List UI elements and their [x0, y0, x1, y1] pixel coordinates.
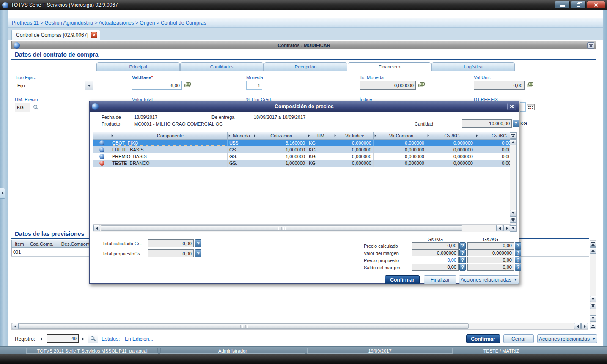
- grid-scroll-first-button[interactable]: [510, 132, 516, 139]
- doc-tab-control-de-compras[interactable]: Control de Compras [02.9.0067]: [11, 30, 100, 40]
- cell-vlr-compon[interactable]: 0,000000: [374, 140, 426, 146]
- tab-recepcion[interactable]: Recepción: [264, 62, 347, 71]
- col-componente[interactable]: Componente: [110, 132, 228, 140]
- col-um[interactable]: UM.: [307, 132, 333, 140]
- close-button[interactable]: [587, 1, 605, 9]
- cell-componente[interactable]: CBOT FIXO: [110, 140, 228, 146]
- col-vlr-compon[interactable]: Vlr.Compon: [374, 132, 426, 140]
- grid-corner-button[interactable]: [510, 225, 516, 232]
- previsiones-hscroll[interactable]: [11, 323, 588, 330]
- help-button[interactable]: ?: [515, 242, 521, 249]
- cell-gs-kg-1[interactable]: 0,000000: [426, 140, 475, 146]
- tipo-fijac-select[interactable]: Fijo: [15, 81, 93, 90]
- previsiones-row[interactable]: 001: [11, 248, 96, 256]
- cell-vlr-compon[interactable]: 0,000000: [374, 153, 426, 160]
- hscroll-left-button-2[interactable]: [574, 323, 581, 329]
- precio-propuesto-input-1[interactable]: 0,00: [412, 257, 459, 263]
- moneda-input[interactable]: 1: [246, 81, 262, 90]
- grid-scroll-down-button[interactable]: [510, 210, 516, 216]
- cell-gs-kg-1[interactable]: 0,000000: [426, 153, 475, 160]
- tab-principal[interactable]: Principal: [96, 62, 180, 71]
- previsiones-cell-cod[interactable]: [27, 248, 56, 256]
- cell-vlr-compon[interactable]: 0,000000: [374, 160, 426, 167]
- help-button[interactable]: ?: [195, 239, 201, 247]
- val-base-input[interactable]: 6,00: [132, 81, 182, 90]
- tab-cantidades[interactable]: Cantidades: [180, 62, 264, 71]
- cell-componente[interactable]: TESTE BRANCO: [110, 160, 228, 167]
- modal-confirm-button[interactable]: Confirmar: [385, 275, 420, 284]
- cell-moneda[interactable]: GS.: [228, 160, 253, 167]
- help-button[interactable]: ?: [195, 249, 201, 257]
- modal-related-actions-button[interactable]: Acciones relacionadas: [459, 275, 519, 284]
- search-icon[interactable]: [33, 104, 39, 110]
- col-cotizacion[interactable]: Cotizacion: [253, 132, 307, 140]
- col-status[interactable]: [93, 132, 110, 140]
- cell-gs-kg-1[interactable]: 0,000000: [426, 146, 475, 153]
- cell-moneda[interactable]: U$S: [228, 140, 253, 146]
- cell-cotizacion[interactable]: 1,000000: [253, 153, 307, 160]
- restore-button[interactable]: [571, 1, 586, 9]
- cell-componente[interactable]: FRETE BASIS: [110, 146, 228, 153]
- grid-row-cbot-fixo[interactable]: CBOT FIXO U$S 3,160000 KG 0,000000 0,000…: [93, 140, 517, 146]
- minimize-button[interactable]: [555, 1, 570, 9]
- help-button[interactable]: ?: [459, 242, 466, 249]
- previsiones-corner-button[interactable]: [590, 323, 596, 329]
- previsiones-col-cod[interactable]: Cod.Comp.: [27, 240, 56, 248]
- help-button[interactable]: ?: [459, 264, 466, 271]
- grid-scroll-up-button[interactable]: [510, 139, 516, 145]
- doc-tab-close-button[interactable]: [91, 32, 97, 38]
- grid-row-frete-basis[interactable]: FRETE BASIS GS. 1,000000 KG 0,000000 0,0…: [93, 146, 517, 153]
- cell-vlr-indice[interactable]: 0,000000: [333, 146, 374, 153]
- panel-expander[interactable]: [0, 188, 5, 199]
- cell-cotizacion[interactable]: 1,000000: [253, 160, 307, 167]
- help-button[interactable]: ?: [515, 257, 521, 263]
- cerrar-button[interactable]: Cerrar: [503, 334, 534, 343]
- registro-search-button[interactable]: [88, 334, 98, 343]
- cell-moneda[interactable]: GS.: [228, 153, 253, 160]
- cell-cotizacion[interactable]: 3,160000: [253, 140, 307, 146]
- hscroll-left-button[interactable]: [12, 323, 19, 329]
- tab-logistica[interactable]: Logística: [431, 62, 515, 71]
- cell-um[interactable]: KG: [307, 146, 333, 153]
- cantidad-help-button[interactable]: ?: [513, 120, 519, 127]
- cell-vlr-indice[interactable]: 0,000000: [333, 140, 374, 146]
- grid-hscroll-left-button[interactable]: [93, 225, 100, 231]
- previsiones-scroll-last-button[interactable]: [590, 315, 596, 322]
- grid-row-teste-branco[interactable]: TESTE BRANCO GS. 1,000000 KG 0,000000 0,…: [93, 160, 517, 167]
- help-button[interactable]: ?: [515, 249, 521, 256]
- cell-componente[interactable]: PREMIO BASIS: [110, 153, 228, 160]
- related-actions-button[interactable]: Acciones relacionadas: [537, 334, 597, 343]
- cell-cotizacion[interactable]: 1,000000: [253, 146, 307, 153]
- grid-hscroll[interactable]: [93, 224, 511, 232]
- tipo-fijac-dropdown-button[interactable]: [85, 81, 93, 90]
- help-button[interactable]: ?: [459, 257, 466, 263]
- help-button[interactable]: ?: [459, 249, 466, 256]
- registro-input[interactable]: 49: [47, 334, 79, 343]
- col-gs-kg-1[interactable]: Gs./KG: [426, 132, 475, 140]
- previsiones-scroll-down-button[interactable]: [590, 296, 596, 302]
- registro-next-button[interactable]: [82, 337, 84, 341]
- cell-vlr-indice[interactable]: 0,000000: [333, 153, 374, 160]
- previsiones-scroll-first-button[interactable]: [590, 241, 596, 247]
- cell-vlr-compon[interactable]: 0,000000: [374, 146, 426, 153]
- grid-scroll-page-down-button[interactable]: [510, 216, 516, 223]
- grid-hscroll-left-button-2[interactable]: [496, 225, 503, 231]
- cell-um[interactable]: KG: [307, 153, 333, 160]
- previsiones-scroll-page-down-button[interactable]: [590, 303, 596, 309]
- cell-moneda[interactable]: GS.: [228, 146, 253, 153]
- grid-hscroll-thumb[interactable]: [101, 225, 462, 231]
- confirm-button[interactable]: Confirmar: [466, 334, 500, 343]
- um-precio-input[interactable]: KG: [15, 103, 30, 112]
- registro-prev-button[interactable]: [40, 337, 42, 341]
- cell-vlr-indice[interactable]: 0,000000: [333, 160, 374, 167]
- modal-close-button[interactable]: [507, 103, 516, 110]
- previsiones-cell-item[interactable]: 001: [11, 248, 27, 256]
- grid-hscroll-right-button[interactable]: [503, 225, 510, 231]
- cell-um[interactable]: KG: [307, 140, 333, 146]
- hscroll-right-button[interactable]: [581, 323, 588, 329]
- previsiones-scroll-up-button[interactable]: [590, 247, 596, 254]
- previsiones-col-item[interactable]: Item: [11, 240, 27, 248]
- cell-gs-kg-1[interactable]: 0,000000: [426, 160, 475, 167]
- grid-row-premio-basis[interactable]: PREMIO BASIS GS. 1,000000 KG 0,000000 0,…: [93, 153, 517, 160]
- hscroll-thumb[interactable]: [19, 323, 469, 329]
